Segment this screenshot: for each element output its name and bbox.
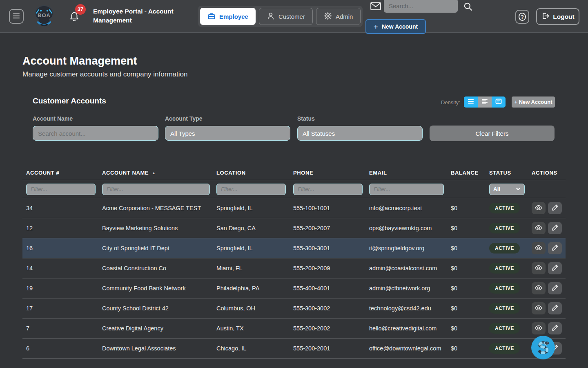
global-search-input[interactable]: [384, 0, 458, 13]
snake-icon: [534, 338, 552, 357]
phone-column-filter[interactable]: [293, 184, 363, 195]
clear-filters-button[interactable]: Clear Filters: [430, 126, 555, 141]
messages-button[interactable]: [368, 1, 384, 13]
eye-icon: [535, 324, 543, 333]
table-row[interactable]: 6 Downtown Legal Associates Chicago, IL …: [22, 339, 566, 359]
edit-button[interactable]: [548, 202, 562, 214]
pencil-icon: [551, 304, 559, 313]
account-type-value: All Types: [170, 130, 195, 137]
table-row[interactable]: 34 Acme Corporation - MESSAGE TEST Sprin…: [22, 198, 566, 218]
account-name-search-input[interactable]: [33, 126, 158, 141]
location-column-filter[interactable]: [216, 184, 286, 195]
cell-account-number: 14: [26, 265, 102, 272]
role-tabs: Employee Customer Admin: [198, 6, 363, 27]
col-location[interactable]: LOCATION: [216, 170, 293, 176]
tab-employee[interactable]: Employee: [200, 8, 256, 25]
page-subtitle: Manage customer accounts and company inf…: [22, 70, 187, 79]
edit-button[interactable]: [548, 282, 562, 294]
pencil-icon: [551, 244, 559, 253]
account-name-column-filter[interactable]: [102, 184, 210, 195]
cell-account-number: 17: [26, 305, 102, 312]
edit-button[interactable]: [548, 242, 562, 254]
svg-text:BOA: BOA: [38, 12, 51, 18]
chat-fab-button[interactable]: [531, 336, 555, 359]
cards-icon: [495, 98, 502, 106]
edit-button[interactable]: [548, 322, 562, 334]
table-row[interactable]: 12 Bayview Marketing Solutions San Diego…: [22, 218, 566, 238]
cell-email: admin@cfbnetwork.org: [369, 285, 451, 292]
cell-phone: 555-300-3002: [293, 305, 369, 312]
screen: BOA 37 Employee Portal - Account Managem…: [0, 0, 588, 368]
gear-icon: [324, 12, 332, 21]
cell-account-name: County School District 42: [102, 305, 216, 312]
new-account-button[interactable]: + New Account: [365, 19, 426, 34]
pencil-icon: [551, 224, 559, 233]
menu-button[interactable]: [9, 9, 24, 24]
cell-email: office@downtownlegal.com: [369, 345, 451, 352]
account-name-filter-label: Account Name: [33, 115, 73, 122]
hamburger-icon: [12, 12, 20, 21]
cell-account-number: 7: [26, 325, 102, 332]
magnifier-icon: [463, 6, 472, 12]
cell-balance: $0: [451, 265, 489, 272]
plus-icon: +: [374, 23, 378, 31]
eye-icon: [535, 204, 543, 213]
view-button[interactable]: [532, 302, 546, 314]
tab-admin[interactable]: Admin: [316, 8, 361, 25]
cell-account-number: 34: [26, 205, 102, 211]
account-type-filter-label: Account Type: [165, 115, 203, 122]
email-column-filter[interactable]: [369, 184, 444, 195]
status-badge: ACTIVE: [489, 283, 520, 294]
view-button[interactable]: [532, 282, 546, 294]
col-account-number[interactable]: ACCOUNT #: [26, 170, 102, 176]
col-phone[interactable]: PHONE: [293, 170, 369, 176]
cell-balance: $0: [451, 285, 489, 292]
panel-new-account-button[interactable]: + New Account: [512, 96, 555, 108]
cell-account-name: Coastal Construction Co: [102, 265, 216, 272]
notifications-button[interactable]: 37: [69, 11, 87, 27]
sort-asc-icon: ▲: [152, 171, 156, 175]
density-rows-button[interactable]: [464, 96, 478, 108]
logout-button[interactable]: Logout: [536, 8, 579, 25]
view-button[interactable]: [532, 222, 546, 234]
status-value: All Statuses: [303, 130, 335, 137]
eye-icon: [535, 244, 543, 253]
col-email[interactable]: EMAIL: [369, 170, 451, 176]
cell-location: Austin, TX: [216, 325, 293, 332]
status-column-filter-select[interactable]: All: [489, 184, 525, 195]
tab-customer[interactable]: Customer: [259, 8, 313, 25]
view-button[interactable]: [532, 262, 546, 274]
status-select[interactable]: All Statuses: [297, 126, 423, 141]
search-submit-button[interactable]: [461, 2, 475, 13]
status-badge: ACTIVE: [489, 243, 520, 254]
envelope-icon: [370, 6, 381, 12]
edit-button[interactable]: [548, 222, 562, 234]
table-row[interactable]: 14 Coastal Construction Co Miami, FL 555…: [22, 258, 566, 278]
pencil-icon: [551, 324, 559, 333]
account-type-select[interactable]: All Types: [165, 126, 290, 141]
table-row[interactable]: 16 City of Springfield IT Dept Springfie…: [22, 238, 566, 258]
rows-icon: [467, 98, 474, 106]
cell-location: Columbus, OH: [216, 305, 293, 312]
cell-account-number: 19: [26, 285, 102, 292]
table-row[interactable]: 17 County School District 42 Columbus, O…: [22, 298, 566, 319]
col-balance[interactable]: BALANCE: [451, 170, 489, 176]
eye-icon: [535, 304, 543, 313]
view-button[interactable]: [532, 322, 546, 334]
eye-icon: [535, 284, 543, 293]
cell-account-name: Community Food Bank Network: [102, 285, 216, 292]
table-row[interactable]: 7 Creative Digital Agency Austin, TX 555…: [22, 319, 566, 339]
view-button[interactable]: [532, 242, 546, 254]
edit-button[interactable]: [548, 302, 562, 314]
density-cards-button[interactable]: [492, 96, 506, 108]
col-status[interactable]: STATUS: [489, 170, 532, 176]
status-filter-label: Status: [297, 115, 315, 122]
account-number-column-filter[interactable]: [26, 184, 96, 195]
density-compact-button[interactable]: [478, 96, 492, 108]
edit-button[interactable]: [548, 262, 562, 274]
view-button[interactable]: [532, 202, 546, 214]
help-button[interactable]: ?: [515, 10, 529, 24]
pencil-icon: [551, 284, 559, 293]
table-row[interactable]: 19 Community Food Bank Network Philadelp…: [22, 278, 566, 298]
col-account-name[interactable]: ACCOUNT NAME ▲: [102, 170, 216, 176]
